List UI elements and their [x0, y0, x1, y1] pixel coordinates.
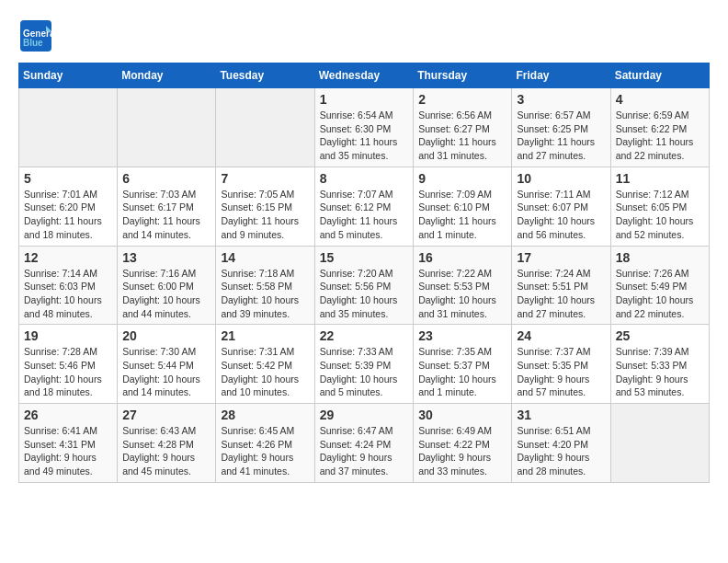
- calendar-cell: 9Sunrise: 7:09 AM Sunset: 6:10 PM Daylig…: [414, 167, 512, 246]
- day-info: Sunrise: 6:49 AM Sunset: 4:22 PM Dayligh…: [418, 424, 506, 478]
- day-info: Sunrise: 7:03 AM Sunset: 6:17 PM Dayligh…: [122, 188, 210, 242]
- day-info: Sunrise: 6:59 AM Sunset: 6:22 PM Dayligh…: [616, 109, 704, 163]
- calendar-cell: 6Sunrise: 7:03 AM Sunset: 6:17 PM Daylig…: [118, 167, 216, 246]
- calendar-cell: 11Sunrise: 7:12 AM Sunset: 6:05 PM Dayli…: [610, 167, 709, 246]
- page-header: General Blue: [18, 18, 710, 53]
- calendar-cell: 22Sunrise: 7:33 AM Sunset: 5:39 PM Dayli…: [314, 325, 414, 404]
- day-info: Sunrise: 7:30 AM Sunset: 5:44 PM Dayligh…: [122, 345, 210, 399]
- day-info: Sunrise: 7:31 AM Sunset: 5:42 PM Dayligh…: [221, 345, 309, 399]
- day-number: 28: [221, 408, 309, 422]
- day-info: Sunrise: 7:33 AM Sunset: 5:39 PM Dayligh…: [320, 345, 409, 399]
- calendar-cell: 27Sunrise: 6:43 AM Sunset: 4:28 PM Dayli…: [118, 404, 216, 483]
- calendar-cell: 31Sunrise: 6:51 AM Sunset: 4:20 PM Dayli…: [512, 404, 610, 483]
- calendar-cell: 4Sunrise: 6:59 AM Sunset: 6:22 PM Daylig…: [610, 88, 709, 167]
- day-info: Sunrise: 6:54 AM Sunset: 6:30 PM Dayligh…: [320, 109, 409, 163]
- day-info: Sunrise: 6:57 AM Sunset: 6:25 PM Dayligh…: [517, 109, 605, 163]
- day-info: Sunrise: 6:45 AM Sunset: 4:26 PM Dayligh…: [221, 424, 309, 478]
- day-number: 13: [122, 250, 210, 265]
- day-number: 23: [418, 328, 506, 343]
- day-number: 7: [221, 171, 309, 186]
- day-info: Sunrise: 7:28 AM Sunset: 5:46 PM Dayligh…: [24, 345, 112, 399]
- day-info: Sunrise: 7:20 AM Sunset: 5:56 PM Dayligh…: [320, 267, 409, 321]
- calendar-cell: 8Sunrise: 7:07 AM Sunset: 6:12 PM Daylig…: [314, 167, 414, 246]
- day-info: Sunrise: 7:12 AM Sunset: 6:05 PM Dayligh…: [616, 188, 704, 242]
- day-info: Sunrise: 7:16 AM Sunset: 6:00 PM Dayligh…: [122, 267, 210, 321]
- calendar-body: 1Sunrise: 6:54 AM Sunset: 6:30 PM Daylig…: [19, 88, 710, 483]
- day-info: Sunrise: 7:07 AM Sunset: 6:12 PM Dayligh…: [320, 188, 409, 242]
- calendar-cell: [19, 88, 118, 167]
- day-number: 14: [221, 250, 309, 265]
- calendar-cell: 19Sunrise: 7:28 AM Sunset: 5:46 PM Dayli…: [19, 325, 118, 404]
- calendar-cell: 1Sunrise: 6:54 AM Sunset: 6:30 PM Daylig…: [314, 88, 414, 167]
- calendar-week-3: 12Sunrise: 7:14 AM Sunset: 6:03 PM Dayli…: [19, 246, 710, 325]
- day-number: 19: [24, 328, 112, 343]
- day-number: 31: [517, 408, 605, 422]
- day-info: Sunrise: 6:43 AM Sunset: 4:28 PM Dayligh…: [122, 424, 210, 478]
- weekday-header-wednesday: Wednesday: [314, 63, 414, 88]
- day-number: 26: [24, 408, 112, 422]
- day-number: 8: [320, 171, 409, 186]
- day-number: 4: [616, 92, 704, 107]
- day-number: 6: [122, 171, 210, 186]
- calendar-cell: 3Sunrise: 6:57 AM Sunset: 6:25 PM Daylig…: [512, 88, 610, 167]
- calendar-cell: 17Sunrise: 7:24 AM Sunset: 5:51 PM Dayli…: [512, 246, 610, 325]
- day-info: Sunrise: 6:56 AM Sunset: 6:27 PM Dayligh…: [418, 109, 506, 163]
- day-number: 18: [616, 250, 704, 265]
- day-info: Sunrise: 7:14 AM Sunset: 6:03 PM Dayligh…: [24, 267, 112, 321]
- svg-text:Blue: Blue: [23, 38, 43, 48]
- day-info: Sunrise: 7:11 AM Sunset: 6:07 PM Dayligh…: [517, 188, 605, 242]
- day-number: 29: [320, 408, 409, 422]
- day-number: 5: [24, 171, 112, 186]
- day-number: 11: [616, 171, 704, 186]
- day-number: 30: [418, 408, 506, 422]
- calendar-cell: 18Sunrise: 7:26 AM Sunset: 5:49 PM Dayli…: [610, 246, 709, 325]
- calendar-week-1: 1Sunrise: 6:54 AM Sunset: 6:30 PM Daylig…: [19, 88, 710, 167]
- weekday-header-sunday: Sunday: [19, 63, 118, 88]
- day-number: 12: [24, 250, 112, 265]
- day-info: Sunrise: 6:41 AM Sunset: 4:31 PM Dayligh…: [24, 424, 112, 478]
- calendar-cell: [118, 88, 216, 167]
- day-number: 24: [517, 328, 605, 343]
- day-number: 27: [122, 408, 210, 422]
- weekday-header-thursday: Thursday: [414, 63, 512, 88]
- logo: General Blue: [18, 18, 53, 53]
- calendar-cell: 16Sunrise: 7:22 AM Sunset: 5:53 PM Dayli…: [414, 246, 512, 325]
- day-number: 10: [517, 171, 605, 186]
- day-number: 15: [320, 250, 409, 265]
- calendar-week-2: 5Sunrise: 7:01 AM Sunset: 6:20 PM Daylig…: [19, 167, 710, 246]
- calendar-cell: 25Sunrise: 7:39 AM Sunset: 5:33 PM Dayli…: [610, 325, 709, 404]
- calendar-cell: 30Sunrise: 6:49 AM Sunset: 4:22 PM Dayli…: [414, 404, 512, 483]
- calendar-cell: 14Sunrise: 7:18 AM Sunset: 5:58 PM Dayli…: [216, 246, 314, 325]
- weekday-header-saturday: Saturday: [610, 63, 709, 88]
- day-number: 22: [320, 328, 409, 343]
- day-number: 9: [418, 171, 506, 186]
- logo-icon: General Blue: [18, 18, 53, 53]
- weekday-header-friday: Friday: [512, 63, 610, 88]
- day-number: 25: [616, 328, 704, 343]
- calendar-cell: 5Sunrise: 7:01 AM Sunset: 6:20 PM Daylig…: [19, 167, 118, 246]
- calendar-cell: [610, 404, 709, 483]
- weekday-header-monday: Monday: [118, 63, 216, 88]
- day-info: Sunrise: 7:35 AM Sunset: 5:37 PM Dayligh…: [418, 345, 506, 399]
- day-number: 2: [418, 92, 506, 107]
- calendar-cell: [216, 88, 314, 167]
- calendar-cell: 10Sunrise: 7:11 AM Sunset: 6:07 PM Dayli…: [512, 167, 610, 246]
- day-info: Sunrise: 7:01 AM Sunset: 6:20 PM Dayligh…: [24, 188, 112, 242]
- day-info: Sunrise: 6:47 AM Sunset: 4:24 PM Dayligh…: [320, 424, 409, 478]
- day-number: 17: [517, 250, 605, 265]
- day-info: Sunrise: 7:05 AM Sunset: 6:15 PM Dayligh…: [221, 188, 309, 242]
- calendar-cell: 12Sunrise: 7:14 AM Sunset: 6:03 PM Dayli…: [19, 246, 118, 325]
- calendar-cell: 21Sunrise: 7:31 AM Sunset: 5:42 PM Dayli…: [216, 325, 314, 404]
- day-number: 3: [517, 92, 605, 107]
- calendar-cell: 2Sunrise: 6:56 AM Sunset: 6:27 PM Daylig…: [414, 88, 512, 167]
- weekday-header-tuesday: Tuesday: [216, 63, 314, 88]
- day-info: Sunrise: 7:37 AM Sunset: 5:35 PM Dayligh…: [517, 345, 605, 399]
- day-info: Sunrise: 7:24 AM Sunset: 5:51 PM Dayligh…: [517, 267, 605, 321]
- calendar-week-4: 19Sunrise: 7:28 AM Sunset: 5:46 PM Dayli…: [19, 325, 710, 404]
- calendar-cell: 29Sunrise: 6:47 AM Sunset: 4:24 PM Dayli…: [314, 404, 414, 483]
- calendar-header-row: SundayMondayTuesdayWednesdayThursdayFrid…: [19, 63, 710, 88]
- calendar-week-5: 26Sunrise: 6:41 AM Sunset: 4:31 PM Dayli…: [19, 404, 710, 483]
- day-info: Sunrise: 7:09 AM Sunset: 6:10 PM Dayligh…: [418, 188, 506, 242]
- calendar-cell: 20Sunrise: 7:30 AM Sunset: 5:44 PM Dayli…: [118, 325, 216, 404]
- day-number: 1: [320, 92, 409, 107]
